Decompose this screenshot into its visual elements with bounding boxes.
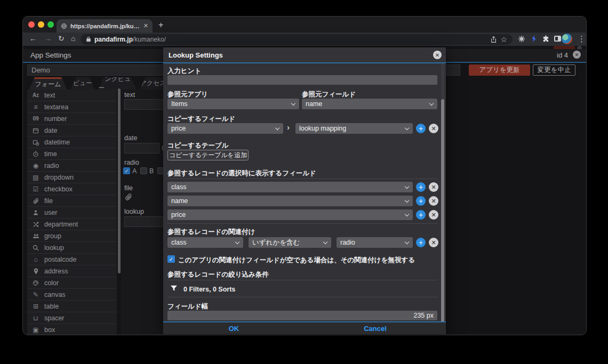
- menu-dots-icon[interactable]: ⋮: [578, 34, 586, 44]
- new-tab-button[interactable]: +: [158, 20, 163, 30]
- dialog-footer: OK Cancel: [163, 321, 446, 334]
- traffic-close-button[interactable]: [28, 21, 35, 28]
- section-divider: [167, 179, 437, 179]
- globe-icon: [61, 23, 67, 29]
- remove-relation-button[interactable]: ✕: [429, 238, 438, 247]
- dialog-title: Lookup Settings: [169, 51, 223, 59]
- star-icon[interactable]: ☆: [500, 35, 507, 44]
- hint-label: 入力ヒント: [167, 67, 201, 76]
- lock-icon: [86, 36, 91, 42]
- relation-label: 参照するレコードの関連付け: [167, 228, 255, 237]
- section-divider: [167, 297, 437, 297]
- browser-window: https://pandafirm.jp/kumaneko ✕ + ← → ↻ …: [22, 16, 587, 335]
- dialog-close-icon[interactable]: ✕: [433, 51, 442, 59]
- url-path: /kumaneko/: [133, 36, 166, 43]
- hint-input[interactable]: [167, 75, 437, 85]
- add-display-field-button[interactable]: +: [416, 182, 426, 192]
- display-fields-label: 参照するレコードの選択時に表示するフィールド: [167, 169, 316, 178]
- remove-display-field-button[interactable]: ✕: [429, 196, 438, 206]
- url-host: pandafirm.jp: [94, 36, 133, 43]
- add-relation-button[interactable]: +: [416, 238, 426, 247]
- display-field-select[interactable]: class: [167, 182, 413, 192]
- extensions-puzzle-icon[interactable]: [542, 35, 550, 43]
- ok-button[interactable]: OK: [163, 322, 305, 334]
- url-text: pandafirm.jp/kumaneko/: [94, 36, 166, 43]
- chevron-right-icon: ›: [287, 123, 290, 132]
- lookup-settings-dialog: Lookup Settings ✕ 入力ヒント 参照元アプリ 参照元フィールド …: [163, 47, 446, 334]
- source-app-label: 参照元アプリ: [167, 90, 208, 99]
- ignore-empty-label: このアプリの関連付けフィールドが空である場合は、その関連付けを無視する: [178, 256, 415, 265]
- source-field-select[interactable]: name: [302, 99, 437, 109]
- dialog-scrollbar-thumb[interactable]: [441, 99, 444, 323]
- section-divider: [167, 280, 437, 280]
- display-field-select[interactable]: price: [167, 209, 413, 220]
- source-field-label: 参照元フィールド: [302, 90, 356, 99]
- dialog-header-rule: [163, 62, 446, 63]
- cancel-button[interactable]: Cancel: [305, 322, 446, 334]
- remove-display-field-button[interactable]: ✕: [429, 210, 438, 220]
- copy-from-select[interactable]: price: [167, 123, 283, 134]
- copy-tables-label: コピーするテーブル: [167, 141, 229, 150]
- share-icon[interactable]: [490, 36, 497, 43]
- home-icon[interactable]: ⌂: [71, 34, 75, 43]
- source-app-select[interactable]: Items: [167, 99, 299, 109]
- remove-copy-field-button[interactable]: ✕: [429, 124, 438, 133]
- tab-title: https://pandafirm.jp/kumaneko: [70, 23, 140, 29]
- display-field-select[interactable]: name: [167, 196, 413, 206]
- side-panel-icon[interactable]: [554, 36, 561, 42]
- section-divider: [167, 223, 437, 224]
- address-bar[interactable]: pandafirm.jp/kumaneko/ ☆: [81, 34, 513, 45]
- screenshot-stage: https://pandafirm.jp/kumaneko ✕ + ← → ↻ …: [0, 0, 608, 364]
- gear-extension-icon[interactable]: [518, 35, 525, 43]
- relation-field-select[interactable]: class: [167, 237, 243, 248]
- filter-summary[interactable]: 0 Filters, 0 Sorts: [183, 286, 235, 293]
- copy-fields-label: コピーするフィールド: [167, 115, 235, 124]
- lightning-extension-icon[interactable]: [531, 35, 538, 43]
- profile-avatar[interactable]: [562, 34, 572, 44]
- ignore-empty-checkbox[interactable]: ✓: [167, 255, 175, 263]
- filter-section-label: 参照するレコードの絞り込み条件: [167, 270, 269, 279]
- traffic-minimize-button[interactable]: [38, 21, 44, 28]
- add-copy-field-button[interactable]: +: [416, 124, 426, 133]
- browser-tab-strip: https://pandafirm.jp/kumaneko ✕ +: [23, 17, 587, 33]
- tab-close-icon[interactable]: ✕: [143, 22, 148, 29]
- add-display-field-button[interactable]: +: [416, 210, 426, 220]
- back-icon[interactable]: ←: [29, 34, 37, 43]
- funnel-icon[interactable]: [170, 284, 178, 293]
- add-display-field-button[interactable]: +: [416, 196, 426, 206]
- copy-to-select[interactable]: lookup mapping: [295, 123, 413, 134]
- add-copy-table-button[interactable]: コピーするテーブルを追加: [167, 150, 249, 160]
- forward-icon[interactable]: →: [44, 34, 52, 43]
- field-width-label: フィールド幅: [167, 302, 208, 311]
- remove-display-field-button[interactable]: ✕: [429, 182, 438, 192]
- reload-icon[interactable]: ↻: [58, 34, 65, 43]
- relation-target-select[interactable]: radio: [337, 237, 413, 248]
- traffic-zoom-button[interactable]: [47, 21, 54, 28]
- relation-condition-select[interactable]: いずれかを含む: [249, 237, 331, 248]
- field-width-input[interactable]: 235 px: [167, 311, 437, 320]
- browser-tab[interactable]: https://pandafirm.jp/kumaneko ✕: [57, 19, 153, 33]
